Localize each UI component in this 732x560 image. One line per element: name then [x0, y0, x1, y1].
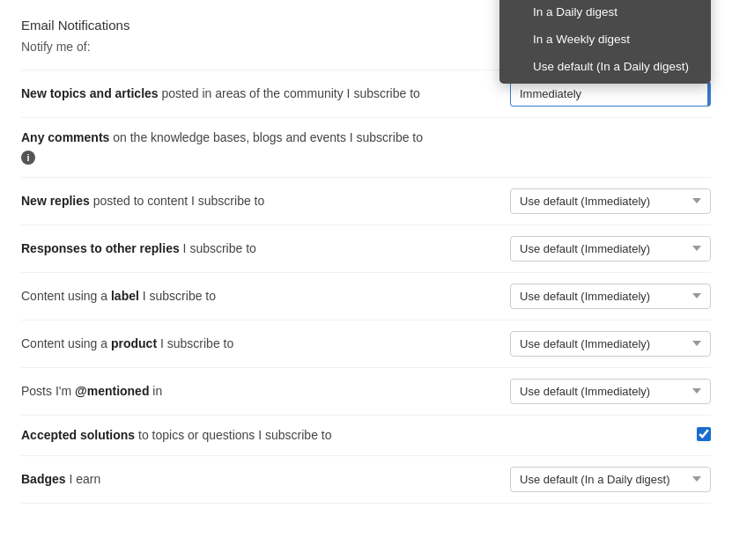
- row-badges-control: Never Immediately In a Daily digest In a…: [510, 467, 711, 492]
- row-mentioned-suffix: in: [152, 384, 162, 398]
- responses-other-select[interactable]: Never Immediately In a Daily digest In a…: [510, 236, 711, 262]
- row-mentioned: Posts I'm @mentioned in Never Immediatel…: [21, 367, 711, 415]
- menu-item-weekly[interactable]: In a Weekly digest: [499, 26, 711, 53]
- row-label-suffix: I subscribe to: [143, 289, 216, 303]
- row-new-topics-bold: New topics and articles: [21, 86, 159, 100]
- row-label-control: Never Immediately In a Daily digest In a…: [510, 284, 711, 309]
- row-mentioned-control: Never Immediately In a Daily digest In a…: [510, 379, 711, 404]
- row-new-replies-bold: New replies: [21, 194, 90, 208]
- menu-item-use-default-label: Use default (In a Daily digest): [533, 60, 689, 73]
- new-topics-dropdown-trigger[interactable]: Immediately: [510, 81, 711, 107]
- menu-item-daily-label: In a Daily digest: [533, 5, 617, 18]
- row-any-comments: Any comments on the knowledge bases, blo…: [21, 117, 711, 177]
- row-new-topics: New topics and articles posted in areas …: [21, 70, 711, 117]
- row-responses-other: Responses to other replies I subscribe t…: [21, 225, 711, 272]
- info-icon: i: [21, 151, 35, 165]
- row-product-content-text: Content using a product I subscribe to: [21, 335, 444, 353]
- row-any-comments-text: Any comments on the knowledge bases, blo…: [21, 129, 444, 166]
- accepted-solutions-checkbox[interactable]: [697, 427, 711, 441]
- row-accepted-solutions-text: Accepted solutions to topics or question…: [21, 426, 444, 445]
- row-new-replies: New replies posted to content I subscrib…: [21, 177, 711, 225]
- row-product-prefix: Content using a: [21, 336, 111, 350]
- row-badges: Badges I earn Never Immediately In a Dai…: [21, 455, 711, 504]
- row-any-comments-suffix: on the knowledge bases, blogs and events…: [113, 130, 423, 144]
- product-content-select[interactable]: Never Immediately In a Daily digest In a…: [510, 331, 711, 357]
- row-product-control: Never Immediately In a Daily digest In a…: [510, 331, 711, 357]
- row-mentioned-text: Posts I'm @mentioned in: [21, 382, 444, 401]
- notification-rows-container: New topics and articles posted in areas …: [21, 70, 711, 504]
- row-accepted-solutions: Accepted solutions to topics or question…: [21, 415, 711, 455]
- row-accepted-solutions-suffix: to topics or questions I subscribe to: [138, 428, 331, 442]
- row-new-topics-text: New topics and articles posted in areas …: [21, 85, 444, 103]
- row-label-content-text: Content using a label I subscribe to: [21, 287, 444, 306]
- row-badges-text: Badges I earn: [21, 470, 444, 489]
- menu-item-weekly-label: In a Weekly digest: [533, 33, 630, 46]
- row-responses-other-bold: Responses to other replies: [21, 241, 180, 255]
- row-mentioned-bold: @mentioned: [75, 384, 149, 398]
- row-product-bold: product: [111, 336, 157, 350]
- menu-item-daily[interactable]: In a Daily digest: [499, 0, 711, 26]
- row-label-content: Content using a label I subscribe to Nev…: [21, 272, 711, 320]
- row-responses-other-text: Responses to other replies I subscribe t…: [21, 239, 444, 258]
- row-badges-suffix: I earn: [69, 472, 100, 486]
- new-topics-dropdown-menu: Never ✓ Immediately In a Daily digest In…: [499, 0, 711, 84]
- menu-item-use-default[interactable]: Use default (In a Daily digest): [499, 53, 711, 80]
- row-label-bold: label: [111, 289, 139, 303]
- row-badges-bold: Badges: [21, 472, 66, 486]
- new-replies-select[interactable]: Never Immediately In a Daily digest In a…: [510, 188, 711, 214]
- row-responses-other-suffix: I subscribe to: [183, 241, 256, 255]
- row-label-prefix: Content using a: [21, 289, 111, 303]
- row-new-replies-text: New replies posted to content I subscrib…: [21, 192, 444, 210]
- row-new-topics-control: Immediately Never ✓ Immediately In a Dai…: [510, 81, 711, 107]
- row-mentioned-prefix: Posts I'm: [21, 384, 75, 398]
- mentioned-select[interactable]: Never Immediately In a Daily digest In a…: [510, 379, 711, 404]
- row-any-comments-bold: Any comments: [21, 130, 109, 144]
- row-product-suffix: I subscribe to: [160, 336, 233, 350]
- row-new-topics-suffix: posted in areas of the community I subsc…: [162, 86, 420, 100]
- row-responses-other-control: Never Immediately In a Daily digest In a…: [510, 236, 711, 262]
- row-new-replies-control: Never Immediately In a Daily digest In a…: [510, 188, 711, 214]
- row-accepted-solutions-control: [697, 427, 711, 444]
- row-accepted-solutions-bold: Accepted solutions: [21, 428, 135, 442]
- row-product-content: Content using a product I subscribe to N…: [21, 320, 711, 367]
- row-new-replies-suffix: posted to content I subscribe to: [93, 194, 265, 208]
- badges-select[interactable]: Never Immediately In a Daily digest In a…: [510, 467, 711, 492]
- label-content-select[interactable]: Never Immediately In a Daily digest In a…: [510, 284, 711, 309]
